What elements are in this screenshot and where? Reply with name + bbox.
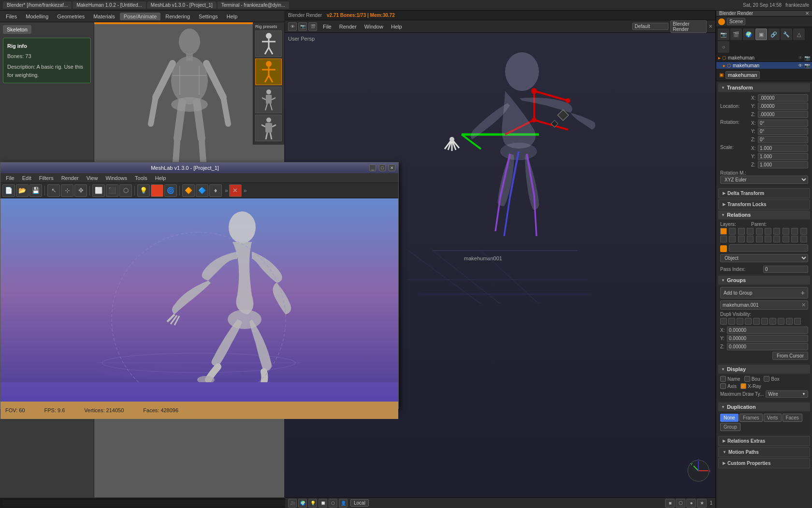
viewport-globe-btn[interactable]: 🌍 — [298, 499, 307, 508]
ml-delete-btn[interactable]: ✕ — [229, 184, 242, 197]
layer-12[interactable] — [729, 236, 736, 242]
meshlab-maximize-btn[interactable]: □ — [379, 164, 386, 171]
ml-tool3-btn[interactable]: ♦ — [209, 184, 222, 197]
ml-menu-edit[interactable]: Edit — [19, 174, 35, 182]
dup-faces-btn[interactable]: Faces — [783, 414, 802, 422]
tab-blender[interactable]: Blender* [/home/frankiezaf... — [3, 1, 72, 9]
mode-dropdown[interactable]: Local — [350, 499, 369, 507]
location-z-field[interactable]: .00000 — [758, 111, 808, 118]
outliner-eye2-icon[interactable]: 👁 — [798, 63, 803, 68]
relations-header[interactable]: ▼ Relations — [718, 210, 810, 219]
dupli-cell-7[interactable] — [769, 318, 776, 325]
meshlab-minimize-btn[interactable]: _ — [369, 164, 376, 171]
rotation-x-field[interactable]: 0° — [758, 120, 808, 127]
location-x-field[interactable]: .00000 — [758, 94, 808, 102]
mh-menu-settings[interactable]: Settings — [195, 13, 222, 20]
delta-transform-header[interactable]: ▶ Delta Transform — [719, 189, 810, 198]
object-name-field[interactable]: makehuman — [725, 71, 760, 79]
ml-select2-btn[interactable]: ⊹ — [61, 184, 73, 197]
ml-menu-filters[interactable]: Filters — [36, 174, 57, 182]
layer-6[interactable] — [765, 228, 771, 235]
layer-16[interactable] — [765, 236, 771, 242]
blender-menu-window[interactable]: Window — [362, 23, 386, 30]
parent-input[interactable] — [729, 244, 808, 252]
rig-preset-2[interactable] — [255, 59, 282, 85]
prop-icon-scene[interactable]: 🎬 — [730, 29, 742, 40]
viewport-lamp-btn[interactable]: 💡 — [308, 499, 317, 508]
duplication-header[interactable]: ▼ Duplication — [718, 403, 810, 411]
group-name-x-btn[interactable]: ✕ — [801, 302, 806, 308]
ml-tool2-btn[interactable]: 🔷 — [196, 184, 208, 197]
rig-preset-3[interactable] — [255, 87, 282, 113]
close-panel-btn[interactable]: ✕ — [805, 11, 809, 16]
ml-move-btn[interactable]: ✥ — [74, 184, 87, 197]
dupli-cell-6[interactable] — [761, 318, 768, 325]
close-btn[interactable]: ✕ — [709, 24, 712, 29]
mh-menu-help[interactable]: Help — [223, 13, 242, 20]
group-name-field[interactable]: makehuman.001 ✕ — [720, 300, 808, 310]
tab-meshlab[interactable]: MeshLab v1.3.0 - [Project_1] — [147, 1, 217, 9]
layer-5[interactable] — [756, 228, 763, 235]
transform-locks-header[interactable]: ▶ Transform Locks — [719, 200, 810, 209]
ml-color-btn[interactable] — [151, 184, 163, 197]
mh-menu-files[interactable]: Files — [2, 13, 21, 20]
ml-save-btn[interactable]: 💾 — [29, 184, 42, 197]
rotation-y-field[interactable]: 0° — [758, 128, 808, 135]
transform-header[interactable]: ▼ Transform — [718, 83, 810, 92]
scene-select[interactable]: Default — [632, 23, 668, 30]
scale-y-field[interactable]: 1.000 — [758, 153, 808, 160]
layer-3[interactable] — [738, 228, 745, 235]
prop-icon-material[interactable]: ○ — [718, 41, 729, 53]
layer-4[interactable] — [747, 228, 754, 235]
shading-mat[interactable]: ● — [686, 499, 696, 508]
ml-wire-btn[interactable]: ⬡ — [119, 184, 132, 197]
layer-20[interactable] — [800, 236, 807, 242]
shading-render[interactable]: ★ — [697, 499, 707, 508]
layer-1[interactable] — [720, 228, 727, 235]
max-draw-select[interactable]: Wire ▼ — [766, 390, 808, 398]
dup-none-btn[interactable]: None — [720, 414, 739, 422]
blender-cam-icon[interactable]: 📷 — [298, 22, 307, 31]
ml-menu-tools[interactable]: Tools — [131, 174, 151, 182]
rotation-mode-select[interactable]: XYZ Euler — [720, 176, 808, 184]
ml-light-btn[interactable]: 💡 — [137, 184, 150, 197]
axis-cb[interactable] — [720, 383, 726, 389]
ml-effect-btn[interactable]: 🌀 — [164, 184, 177, 197]
ml-menu-render[interactable]: Render — [58, 174, 82, 182]
viewport-magnet-btn[interactable]: 🔲 — [319, 499, 327, 508]
mh-menu-rendering[interactable]: Rendering — [161, 13, 194, 20]
scale-x-field[interactable]: 1.000 — [758, 145, 808, 152]
dupli-cell-5[interactable] — [753, 318, 760, 325]
engine-select[interactable]: Blender Render — [670, 20, 707, 33]
rotation-z-field[interactable]: 0° — [758, 136, 808, 143]
dupli-cell-10[interactable] — [794, 318, 801, 325]
prop-icon-world[interactable]: 🌍 — [743, 29, 754, 40]
add-to-group-btn[interactable]: Add to Group + — [720, 287, 808, 299]
dupli-cell-1[interactable] — [720, 318, 727, 325]
mh-menu-materials[interactable]: Materials — [89, 13, 119, 20]
viewport-cam-btn[interactable]: 🎥 — [288, 499, 297, 508]
box-cb[interactable] — [764, 376, 769, 382]
mh-menu-poseanimate[interactable]: Pose/Animate — [120, 13, 160, 20]
outliner-cam3-icon[interactable]: 📷 — [804, 63, 810, 68]
ml-cube-btn[interactable]: ⬜ — [92, 184, 105, 197]
blender-view-icon[interactable]: 👁 — [288, 22, 297, 31]
outliner-cam2-icon[interactable]: 📷 — [804, 55, 810, 60]
outliner-name-2[interactable]: makehuman — [733, 63, 759, 68]
tab-terminal[interactable]: Terminal - frankiezafe@dyin... — [218, 1, 289, 9]
mh-menu-modelling[interactable]: Modelling — [22, 13, 52, 20]
shading-wire[interactable]: ⬡ — [676, 499, 685, 508]
dup-verts-btn[interactable]: Verts — [764, 414, 782, 422]
blender-menu-file[interactable]: File — [320, 23, 334, 30]
ml-menu-file[interactable]: File — [2, 174, 18, 182]
tab-makehuman[interactable]: MakeHuman 1.0.2 - [Untitled... — [72, 1, 146, 9]
layer-9[interactable] — [791, 228, 798, 235]
prop-icon-render[interactable]: 📷 — [718, 29, 729, 40]
rig-preset-1[interactable] — [255, 30, 282, 57]
layer-8[interactable] — [783, 228, 789, 235]
from-cursor-btn[interactable]: From Cursor — [772, 352, 808, 360]
layer-19[interactable] — [791, 236, 798, 242]
dupli-x-field[interactable]: 0.00000 — [727, 327, 808, 334]
custom-props-header[interactable]: ▶ Custom Properties — [719, 459, 810, 468]
viewport-pose-btn[interactable]: 👤 — [339, 499, 348, 508]
